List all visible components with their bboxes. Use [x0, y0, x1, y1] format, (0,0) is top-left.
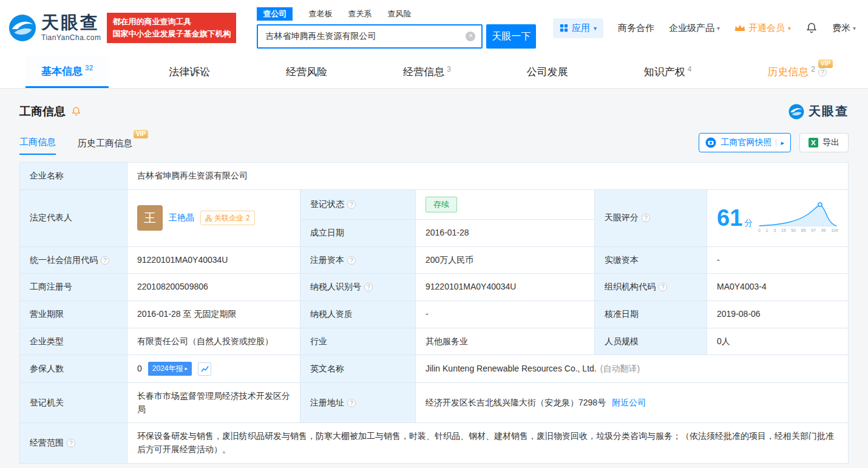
tab-company-development[interactable]: 公司发展 [511, 56, 584, 88]
official-snapshot-button[interactable]: 工商官网快照 ▸ [699, 133, 791, 152]
search-tab-company[interactable]: 查公司 [257, 7, 293, 21]
help-icon[interactable]: ? [101, 256, 109, 265]
arrow-right-icon: ▸ [185, 365, 188, 373]
industry-value: 其他服务业 [416, 328, 595, 355]
open-vip-link[interactable]: 开通会员 ▾ [734, 22, 791, 34]
subtab-history-business-info[interactable]: 历史工商信息 VIP [78, 138, 132, 155]
establish-date-label: 成立日期 [300, 219, 416, 246]
tab-label: 历史信息 [767, 65, 809, 79]
section-title: 工商信息 [19, 104, 66, 120]
apps-label: 应用 [572, 22, 590, 34]
subscribe-bell-icon[interactable] [71, 106, 81, 117]
tab-operation-risk[interactable]: 经营风险 [270, 56, 343, 88]
help-icon[interactable]: ? [347, 399, 356, 407]
table-row: 企业类型 有限责任公司（自然人投资或控股） 行业 其他服务业 人员规模 0人 [20, 328, 849, 355]
tab-intellectual-property[interactable]: 知识产权 4 [628, 56, 708, 88]
reg-address-label: 注册地址? [300, 382, 416, 422]
score-value: 61分 0131550859799100 [707, 189, 849, 246]
tab-label: 基本信息 [41, 64, 83, 78]
search-tab-boss[interactable]: 查老板 [308, 8, 332, 19]
company-name-value: 吉林省坤腾再生资源有限公司 [127, 163, 849, 190]
business-info-table: 企业名称 吉林省坤腾再生资源有限公司 法定代表人 王 王艳晶 关联企业 2 登记… [19, 162, 849, 464]
tab-label: 公司发展 [527, 65, 568, 79]
staff-size-value: 0人 [707, 328, 849, 355]
trend-chart-icon [201, 365, 209, 373]
brand-site: TianYanCha.com [41, 33, 101, 42]
table-row: 工商注册号 220108200509806 纳税人识别号? 91220101MA… [20, 274, 849, 301]
nearby-companies-link[interactable]: 附近公司 [612, 398, 646, 407]
score-curve-chart[interactable]: 0131550859799100 [758, 202, 838, 234]
reg-capital-value: 200万人民币 [416, 246, 595, 274]
legal-rep-label: 法定代表人 [20, 189, 127, 246]
search-tab-risk[interactable]: 查风险 [387, 8, 411, 19]
arrow-right-icon: ▸ [776, 139, 784, 147]
reg-address-value: 经济开发区长吉北线兴隆大街（安龙泉）7298号附近公司 [416, 382, 849, 422]
tab-operation-info[interactable]: 经营信息 3 [387, 56, 467, 88]
table-row: 法定代表人 王 王艳晶 关联企业 2 登记状态? 存续 天眼评分? [20, 189, 849, 219]
watermark-logo: 天眼查 [788, 103, 849, 120]
subtab-business-info[interactable]: 工商信息 [19, 137, 56, 155]
avatar[interactable]: 王 [137, 205, 163, 231]
company-type-label: 企业类型 [20, 328, 127, 355]
reg-number-value: 220108200509806 [127, 274, 300, 301]
crown-icon [734, 24, 745, 32]
help-icon[interactable]: ? [364, 283, 373, 291]
credit-code-label: 统一社会信用代码? [20, 246, 127, 274]
subtab-label: 历史工商信息 [78, 138, 132, 148]
reg-authority-label: 登记机关 [20, 382, 127, 422]
business-scope-label: 经营范围? [20, 423, 127, 463]
vip-badge: VIP [818, 59, 833, 68]
help-icon[interactable]: ? [659, 283, 667, 291]
score-label: 天眼评分? [595, 189, 707, 246]
tianyancha-logo[interactable]: 天眼查 TianYanCha.com [8, 14, 101, 42]
export-label: 导出 [822, 137, 839, 148]
search-tab-relation[interactable]: 查关系 [348, 8, 371, 19]
excel-icon [809, 138, 818, 148]
subtab-actions: 工商官网快照 ▸ 导出 [699, 133, 849, 155]
user-menu[interactable]: 费米 ▾ [832, 22, 856, 34]
tab-legal-proceedings[interactable]: 法律诉讼 [153, 56, 226, 88]
annual-report-badge[interactable]: 2024年报 ▸ [148, 362, 192, 376]
table-row: 参保人数 0 2024年报 ▸ 英文名称 Jilin Kunteng Renew… [20, 355, 849, 383]
clear-icon[interactable]: × [466, 32, 475, 41]
insured-count-label: 参保人数 [20, 355, 127, 383]
credit-code-value: 91220101MA0Y40034U [127, 246, 300, 274]
help-icon[interactable]: ? [642, 214, 650, 222]
notification-bell-icon[interactable] [805, 22, 818, 34]
brand-tagline: 都在用的商业查询工具 国家中小企业发展子基金旗下机构 [107, 13, 236, 43]
business-term-value: 2016-01-28 至 无固定期限 [127, 300, 300, 328]
business-scope-value: 环保设备研发与销售，废旧纺织品研发与销售，防寒大棚被加工与销售，时装、针织品、钢… [127, 423, 849, 463]
staff-size-label: 人员规模 [595, 328, 707, 355]
insured-number: 0 [137, 362, 142, 376]
help-icon[interactable]: ? [818, 68, 827, 76]
help-icon[interactable]: ? [347, 256, 356, 265]
legal-rep-link[interactable]: 王艳晶 [169, 211, 194, 225]
related-companies-badge[interactable]: 关联企业 2 [200, 211, 255, 226]
score-digits: 61 [717, 205, 742, 231]
business-cooperation-link[interactable]: 商务合作 [618, 22, 654, 34]
header-right: 应用 ▾ 商务合作 企业级产品 ▾ 开通会员 ▾ 费米 ▾ [553, 18, 856, 38]
tab-label: 知识产权 [644, 65, 685, 79]
vip-badge: VIP [134, 130, 148, 138]
search-tabs: 查公司 查老板 查关系 查风险 [257, 7, 536, 21]
tagline-line2: 国家中小企业发展子基金旗下机构 [112, 28, 231, 40]
help-icon[interactable]: ? [67, 439, 75, 447]
tab-history-info[interactable]: VIP 历史信息 2 ? [751, 56, 843, 88]
business-term-label: 营业期限 [20, 300, 127, 328]
org-code-value: MA0Y4003-4 [707, 274, 849, 301]
enterprise-products-link[interactable]: 企业级产品 ▾ [669, 22, 720, 34]
chevron-down-icon: ▾ [717, 25, 720, 32]
chevron-down-icon: ▾ [853, 25, 856, 32]
industry-label: 行业 [300, 328, 416, 355]
help-icon[interactable]: ? [347, 200, 356, 209]
search-input[interactable] [258, 25, 481, 47]
search-button[interactable]: 天眼一下 [486, 24, 536, 49]
brand-name: 天眼查 [41, 14, 101, 32]
apps-button[interactable]: 应用 ▾ [553, 18, 603, 38]
camera-icon [705, 137, 716, 148]
related-companies-count: 2 [246, 212, 250, 224]
tab-basic-info[interactable]: 基本信息 32 [25, 56, 109, 88]
company-nav-tabs: 基本信息 32 法律诉讼 经营风险 经营信息 3 公司发展 知识产权 4 VIP… [0, 56, 868, 89]
export-button[interactable]: 导出 [799, 133, 849, 152]
insured-trend-button[interactable] [198, 362, 211, 376]
